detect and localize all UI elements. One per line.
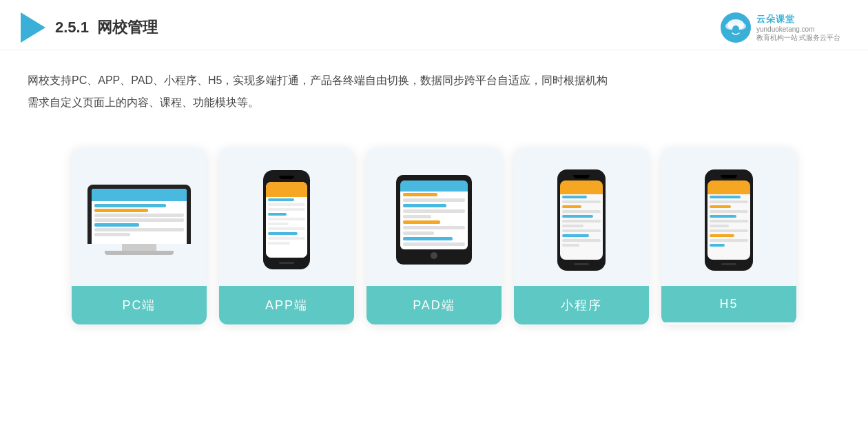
card-mini: 小程序 xyxy=(514,148,649,324)
brand-text: 云朵课堂 yunduoketang.com 教育机构一站 式服务云平台 xyxy=(756,13,840,43)
card-pad: PAD端 xyxy=(366,148,502,324)
card-pc-image xyxy=(72,148,207,286)
card-h5: H5 xyxy=(661,148,796,324)
brand-url: yunduoketang.com xyxy=(756,25,815,33)
description-block: 网校支持PC、APP、PAD、小程序、H5，实现多端打通，产品各终端自由切换，数… xyxy=(0,50,868,121)
pad-mockup xyxy=(396,175,472,265)
card-pc-label: PC端 xyxy=(72,286,207,324)
brand-logo: 云朵课堂 yunduoketang.com 教育机构一站 式服务云平台 xyxy=(721,12,840,43)
card-h5-label: H5 xyxy=(661,286,796,322)
card-app: APP端 xyxy=(219,148,354,324)
page-header: 2.5.1 网校管理 云朵课堂 yunduoketang.com 教育机构一站 … xyxy=(0,0,868,50)
phone-mockup-app xyxy=(263,170,310,269)
page-title: 2.5.1 网校管理 xyxy=(55,17,158,38)
card-pc: PC端 xyxy=(72,148,207,324)
brand-slogan2: 式服务云平台 xyxy=(799,33,840,43)
phone-mockup-mini xyxy=(557,169,606,271)
card-h5-image xyxy=(661,148,796,286)
card-pad-image xyxy=(366,148,502,286)
header-left: 2.5.1 网校管理 xyxy=(21,12,158,43)
card-mini-image xyxy=(514,148,649,286)
card-mini-label: 小程序 xyxy=(514,286,649,324)
cards-container: PC端 xyxy=(0,127,868,338)
brand-icon xyxy=(721,12,751,43)
card-app-image xyxy=(219,148,354,286)
pc-mockup xyxy=(87,185,191,255)
card-pad-label: PAD端 xyxy=(366,286,502,324)
description-line2: 需求自定义页面上的内容、课程、功能模块等。 xyxy=(28,92,840,114)
card-app-label: APP端 xyxy=(219,286,354,324)
brand-name: 云朵课堂 xyxy=(756,13,795,25)
phone-mockup-h5 xyxy=(705,169,753,271)
description-line1: 网校支持PC、APP、PAD、小程序、H5，实现多端打通，产品各终端自由切换，数… xyxy=(28,70,840,92)
logo-icon xyxy=(21,12,45,43)
brand-slogan1: 教育机构一站 xyxy=(756,33,798,43)
svg-point-3 xyxy=(732,25,739,32)
